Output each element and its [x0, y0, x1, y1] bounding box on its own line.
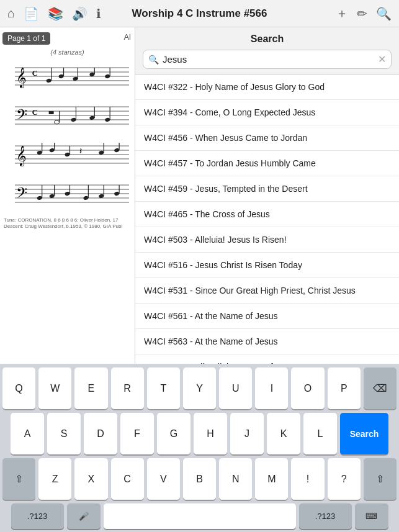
music-staff-4: 𝄢: [2, 176, 132, 210]
key-g[interactable]: G: [157, 413, 191, 455]
result-item-r5[interactable]: W4CI #459 - Jesus, Tempted in the Desert: [135, 176, 399, 202]
search-header: Search 🔍 ✕: [135, 27, 399, 74]
svg-point-15: [105, 74, 110, 79]
key-s[interactable]: S: [47, 413, 81, 455]
key-f[interactable]: F: [120, 413, 154, 455]
content-area: Page 1 of 1 Al (4 stanzas) 𝄞 C: [0, 27, 399, 364]
svg-point-9: [58, 74, 64, 79]
search-input-row: 🔍 ✕: [143, 50, 392, 69]
keyboard-row-1: Q W E R T Y U I O P ⌫: [2, 367, 397, 410]
book-icon[interactable]: 📄: [24, 6, 39, 21]
key-exclaim[interactable]: !: [291, 458, 324, 500]
nav-icons-right: ＋ ✏ 🔍: [336, 5, 392, 22]
speaker-icon[interactable]: 🔊: [72, 6, 87, 21]
search-input[interactable]: [163, 54, 374, 65]
key-k[interactable]: K: [267, 413, 300, 455]
svg-point-42: [49, 148, 55, 153]
svg-point-7: [46, 78, 52, 83]
keyboard-dismiss-key[interactable]: ⌨: [355, 503, 388, 530]
result-item-r1[interactable]: W4CI #322 - Holy Name of Jesus Glory to …: [135, 74, 399, 100]
result-item-r2[interactable]: W4CI #394 - Come, O Long Expected Jesus: [135, 100, 399, 125]
key-n[interactable]: N: [219, 458, 252, 500]
key-t[interactable]: T: [147, 367, 180, 410]
key-a[interactable]: A: [11, 413, 44, 455]
home-icon[interactable]: ⌂: [7, 6, 15, 20]
svg-text:𝄢: 𝄢: [16, 107, 27, 126]
search-nav-icon[interactable]: 🔍: [376, 6, 392, 21]
svg-point-44: [65, 152, 70, 157]
svg-text:C: C: [32, 69, 38, 78]
keyboard-area: Q W E R T Y U I O P ⌫ A S D F G H J K L …: [0, 364, 399, 532]
info-icon[interactable]: ℹ: [96, 6, 101, 21]
search-clear-button[interactable]: ✕: [378, 53, 386, 65]
key-b[interactable]: B: [183, 458, 216, 500]
result-item-r8[interactable]: W4CI #516 - Jesus Christ Is Risen Today: [135, 253, 399, 278]
svg-point-32: [105, 117, 110, 122]
sheet-panel: Page 1 of 1 Al (4 stanzas) 𝄞 C: [0, 27, 135, 364]
svg-point-67: [114, 191, 120, 196]
plus-icon[interactable]: ＋: [336, 5, 348, 22]
result-item-r12[interactable]: W4CI #566 - All Hail the Power of Jesus'…: [135, 354, 399, 364]
result-item-r3[interactable]: W4CI #456 - When Jesus Came to Jordan: [135, 125, 399, 151]
key-j[interactable]: J: [230, 413, 264, 455]
music-staff-1: 𝄞 C: [2, 58, 132, 92]
search-panel: Search 🔍 ✕ W4CI #322 - Holy Name of Jesu…: [135, 27, 399, 364]
page-badge: Page 1 of 1: [2, 32, 50, 45]
svg-point-63: [83, 196, 89, 201]
all-label: Al: [123, 32, 131, 42]
key-c[interactable]: C: [111, 458, 144, 500]
nav-title: Worship 4 C Instrume #566: [132, 7, 267, 20]
svg-point-27: [55, 120, 60, 124]
search-key[interactable]: Search: [340, 413, 388, 455]
nav-icons-left: ⌂ 📄 📚 🔊 ℹ: [7, 6, 101, 21]
key-h[interactable]: H: [194, 413, 227, 455]
mic-key[interactable]: 🎤: [67, 503, 101, 530]
nav-bar: ⌂ 📄 📚 🔊 ℹ Worship 4 C Instrume #566 ＋ ✏ …: [0, 0, 399, 27]
key-w[interactable]: W: [38, 367, 71, 410]
result-item-r7[interactable]: W4CI #503 - Alleluia! Jesus Is Risen!: [135, 227, 399, 253]
shift-right-key[interactable]: ⇧: [364, 458, 397, 500]
library-icon[interactable]: 📚: [48, 6, 63, 21]
result-item-r11[interactable]: W4CI #563 - At the Name of Jesus: [135, 329, 399, 354]
key-p[interactable]: P: [328, 367, 361, 410]
key-u[interactable]: U: [219, 367, 252, 410]
key-e[interactable]: E: [74, 367, 107, 410]
key-o[interactable]: O: [291, 367, 324, 410]
key-z[interactable]: Z: [38, 458, 71, 500]
svg-point-49: [114, 148, 120, 153]
music-staff-2: 𝄢 C: [2, 97, 132, 132]
tune-info: Tune: CORONATION, 8 6 8 6 8 6; Oliver Ho…: [2, 217, 132, 230]
result-item-r4[interactable]: W4CI #457 - To Jordan Jesus Humbly Came: [135, 151, 399, 176]
stanza-label: (4 stanzas): [2, 48, 132, 56]
svg-rect-25: [49, 111, 54, 114]
shift-key[interactable]: ⇧: [2, 458, 35, 500]
key-question[interactable]: ?: [328, 458, 361, 500]
keyboard-row-2: A S D F G H J K L Search: [2, 413, 397, 455]
key-q[interactable]: Q: [2, 367, 35, 410]
keyboard-row-3: ⇧ Z X C V B N M ! ? ⇧: [2, 458, 397, 500]
symbols-right-key[interactable]: .?123: [299, 503, 352, 530]
key-l[interactable]: L: [303, 413, 337, 455]
music-staff-3: 𝄞 𝄽: [2, 137, 132, 171]
space-key[interactable]: [104, 503, 296, 530]
result-item-r9[interactable]: W4CI #531 - Since Our Great High Priest,…: [135, 278, 399, 304]
search-title: Search: [143, 34, 392, 45]
svg-point-57: [37, 196, 42, 201]
key-m[interactable]: M: [255, 458, 288, 500]
svg-text:𝄽: 𝄽: [79, 148, 82, 154]
svg-text:𝄞: 𝄞: [16, 145, 27, 167]
pencil-icon[interactable]: ✏: [357, 6, 367, 21]
key-i[interactable]: I: [255, 367, 288, 410]
svg-text:𝄢: 𝄢: [16, 185, 27, 204]
result-item-r6[interactable]: W4CI #465 - The Cross of Jesus: [135, 202, 399, 227]
key-d[interactable]: D: [84, 413, 117, 455]
result-item-r10[interactable]: W4CI #561 - At the Name of Jesus: [135, 304, 399, 329]
search-field-icon: 🔍: [148, 55, 159, 65]
key-v[interactable]: V: [147, 458, 180, 500]
symbols-left-key[interactable]: .?123: [11, 503, 64, 530]
key-delete[interactable]: ⌫: [364, 367, 397, 410]
svg-text:C: C: [32, 108, 38, 117]
key-x[interactable]: X: [74, 458, 107, 500]
key-r[interactable]: R: [111, 367, 144, 410]
key-y[interactable]: Y: [183, 367, 216, 410]
